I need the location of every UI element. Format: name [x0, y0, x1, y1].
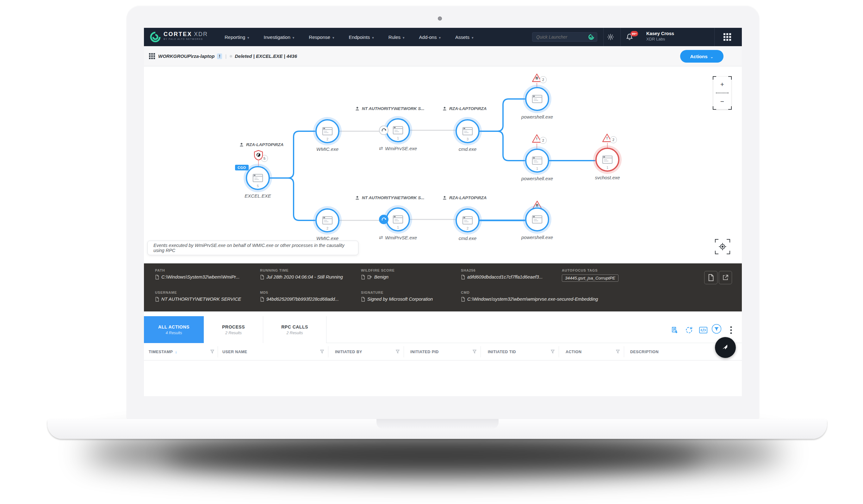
- field-username: USERNAME NT AUTHORITY\NETWORK SERVICE: [155, 291, 241, 302]
- field-sha256: SHA256 a9fd609dbdaccd1c7cf7ffa1d6eaef3..…: [461, 268, 543, 279]
- execution-arrow-badge[interactable]: [379, 126, 388, 135]
- query-code-icon[interactable]: [698, 325, 708, 335]
- nav-item-investigation[interactable]: Investigation: [264, 35, 295, 40]
- process-node-powershell[interactable]: powershell.exe: [525, 87, 549, 111]
- nav-item-assets[interactable]: Assets: [455, 35, 474, 40]
- report-document-button[interactable]: [704, 271, 717, 284]
- rpc-tooltip: Events executed by WmiPrvSE.exe on behal…: [147, 241, 359, 255]
- chat-widget-button[interactable]: [715, 337, 736, 358]
- navbar-divider: [620, 28, 621, 46]
- autofocus-tag[interactable]: 34445.gsrt_jsa_CorruptPE: [562, 275, 618, 282]
- nav-item-reporting[interactable]: Reporting: [225, 35, 249, 40]
- process-details-panel: PATH C:\Windows\System32\wbem\WmiPr... R…: [144, 263, 742, 312]
- main-nav: Reporting Investigation Response Endpoin…: [225, 28, 474, 46]
- document-icon: [708, 274, 714, 281]
- node-label: WMIC.exe: [296, 147, 359, 152]
- nav-item-rules[interactable]: Rules: [388, 35, 404, 40]
- node-label: svchost.exe: [576, 175, 639, 180]
- node-label: cmd.exe: [436, 147, 499, 152]
- person-icon: [442, 196, 447, 200]
- refresh-icon[interactable]: [684, 325, 694, 335]
- filter-funnel-icon[interactable]: [320, 350, 324, 353]
- quick-launcher[interactable]: [532, 32, 597, 42]
- document-icon: [155, 297, 159, 302]
- column-header-user-name[interactable]: USER NAME: [222, 343, 247, 361]
- execution-arrow-badge-selected[interactable]: [379, 215, 388, 224]
- center-focus-button[interactable]: [716, 240, 729, 254]
- column-header-initiated-by[interactable]: INITIATED BY: [335, 343, 362, 361]
- process-node-wmic[interactable]: 2 WMIC.exe: [315, 209, 339, 232]
- app-switcher-grid-icon[interactable]: [724, 33, 731, 41]
- filter-funnel-icon[interactable]: [616, 350, 620, 353]
- cortex-logo-icon[interactable]: [150, 31, 161, 43]
- nav-item-endpoints[interactable]: Endpoints: [349, 35, 374, 40]
- document-icon: [260, 297, 264, 302]
- process-node-powershell[interactable]: powershell.exe: [525, 207, 549, 231]
- node-user-label: RZA-LAPTOP\RZA: [442, 196, 487, 200]
- process-icon: [252, 174, 263, 182]
- settings-gear-icon[interactable]: [607, 33, 614, 41]
- nav-item-addons[interactable]: Add-ons: [419, 35, 441, 40]
- document-icon: [461, 275, 465, 279]
- alert-count-bubble[interactable]: 2: [610, 136, 617, 143]
- process-node-excel[interactable]: CGO 5 EXCEL.EXE: [246, 166, 270, 190]
- filter-funnel-icon[interactable]: [551, 350, 554, 353]
- host-alert-badge[interactable]: !: [217, 53, 222, 59]
- process-node-wmiprvse[interactable]: 1 ⇄WmiPrvSE.exe: [386, 118, 410, 142]
- process-node-cmd[interactable]: 2 cmd.exe: [455, 209, 479, 232]
- tab-rpc-calls[interactable]: RPC CALLS 2 Results: [263, 316, 326, 343]
- node-label: cmd.exe: [436, 236, 499, 241]
- quick-launcher-input[interactable]: [536, 35, 588, 39]
- node-label: powershell.exe: [505, 235, 569, 240]
- document-icon: [361, 297, 365, 302]
- column-header-description[interactable]: DESCRIPTION: [630, 343, 659, 361]
- laptop-camera-dot: [438, 16, 442, 21]
- alert-shield-icon[interactable]: [254, 150, 263, 161]
- process-node-powershell[interactable]: 1 powershell.exe: [525, 149, 549, 173]
- export-results-icon[interactable]: [670, 325, 680, 335]
- person-icon: [355, 196, 359, 200]
- sort-desc-icon: ↓: [175, 349, 177, 354]
- column-header-initiated-tid[interactable]: INITIATED TID: [488, 343, 516, 361]
- process-node-wmiprvse[interactable]: 1 ⇄WmiPrvSE.exe: [386, 207, 410, 231]
- alert-count-bubble[interactable]: 2: [540, 76, 547, 83]
- filter-funnel-icon[interactable]: [396, 350, 400, 353]
- column-header-action[interactable]: ACTION: [566, 343, 581, 361]
- causality-canvas[interactable]: RZA-LAPTOP\RZA NT AUTHORITY\NETWORK S...…: [144, 66, 742, 263]
- column-header-initiated-pid[interactable]: INITIATED PID: [410, 343, 439, 361]
- more-options-kebab-icon[interactable]: [726, 325, 736, 335]
- open-external-button[interactable]: [719, 271, 732, 284]
- process-node-wmic[interactable]: 2 WMIC.exe: [315, 119, 339, 143]
- document-icon: [260, 275, 264, 279]
- app-screen: CORTEXXDR BY PALO ALTO NETWORKS Reportin…: [144, 28, 742, 396]
- field-signature: SIGNATURE Signed by Microsoft Corporatio…: [361, 291, 433, 302]
- node-label: powershell.exe: [505, 176, 569, 181]
- zoom-in-button[interactable]: +: [713, 80, 731, 88]
- process-node-svchost[interactable]: 1 svchost.exe: [596, 148, 620, 172]
- filter-funnel-icon[interactable]: [210, 350, 214, 353]
- person-icon: [355, 106, 359, 111]
- zoom-out-button[interactable]: −: [713, 98, 731, 105]
- actions-button[interactable]: Actions⌄: [680, 50, 724, 63]
- tab-process[interactable]: PROCESS 2 Results: [204, 316, 263, 343]
- breadcrumb-host[interactable]: WORKGROUP\rza-laptop: [158, 53, 214, 59]
- user-menu[interactable]: Kasey Cross XDR Labs: [646, 31, 674, 42]
- process-node-cmd[interactable]: 3 cmd.exe: [455, 119, 479, 143]
- tab-all-actions[interactable]: ALL ACTIONS 4 Results: [144, 316, 204, 343]
- nav-item-response[interactable]: Response: [309, 35, 334, 40]
- filter-funnel-icon[interactable]: [473, 350, 476, 353]
- alert-count-bubble[interactable]: 2: [540, 137, 547, 144]
- notification-count-badge: 99+: [630, 31, 638, 36]
- cgo-tag: CGO: [235, 165, 249, 171]
- filter-icon[interactable]: [712, 324, 722, 334]
- node-user-label: NT AUTHORITY\NETWORK S...: [355, 196, 425, 200]
- column-header-timestamp[interactable]: TIMESTAMP↓: [149, 343, 177, 361]
- zoom-divider: [716, 93, 728, 93]
- brand-name: CORTEX: [164, 31, 192, 37]
- zoom-control[interactable]: + −: [713, 77, 731, 109]
- process-icon: [462, 216, 473, 225]
- notifications-bell-icon[interactable]: 99+: [625, 33, 634, 41]
- node-user-label: RZA-LAPTOP\RZA: [442, 106, 487, 111]
- brand-block[interactable]: CORTEXXDR BY PALO ALTO NETWORKS: [164, 31, 208, 40]
- process-icon: [322, 127, 333, 135]
